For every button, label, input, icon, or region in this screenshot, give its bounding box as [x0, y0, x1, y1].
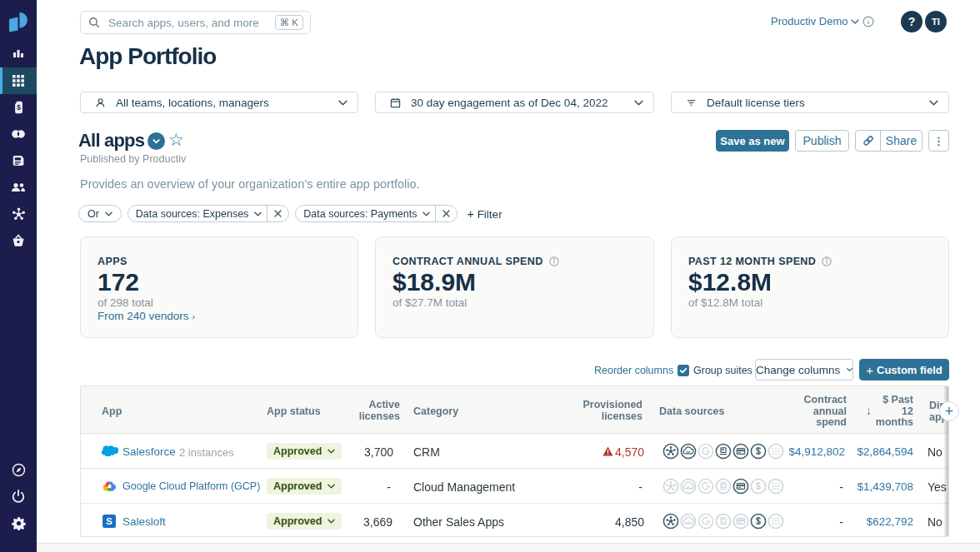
- svg-text:$: $: [17, 103, 21, 112]
